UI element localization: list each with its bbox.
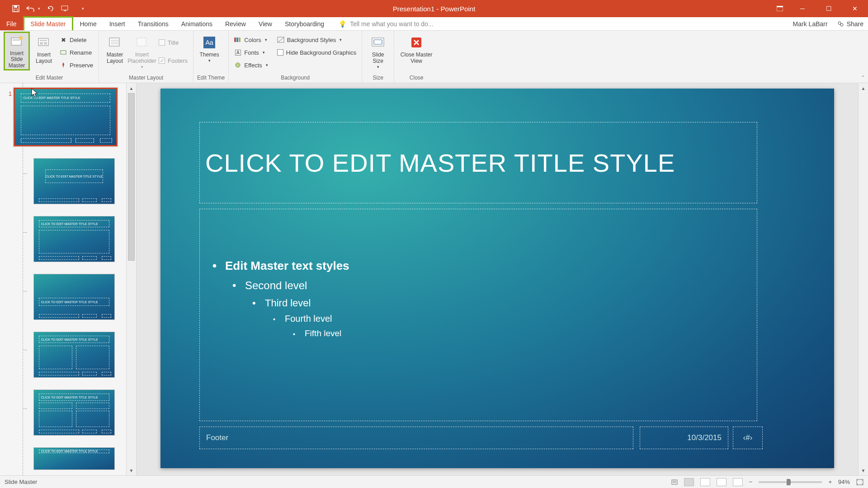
tab-view[interactable]: View	[252, 17, 278, 30]
zoom-slider[interactable]	[759, 481, 822, 483]
layout-thumbnail[interactable]: CLICK TO EDIT MASTER TITLE STYLE	[33, 216, 115, 262]
share-button[interactable]: Share	[837, 20, 863, 28]
slide-sorter-view-button[interactable]	[700, 478, 710, 486]
checkbox-icon	[277, 49, 283, 56]
master-layout-button[interactable]: Master Layout	[103, 33, 127, 71]
thumb-pagenum	[102, 256, 111, 260]
collapse-ribbon-icon[interactable]: ˄	[862, 75, 864, 81]
background-styles-button[interactable]: Background Styles▾	[275, 34, 358, 45]
save-icon[interactable]	[12, 5, 20, 13]
fonts-button[interactable]: AFonts▾	[232, 47, 270, 58]
body-level-3: Third level	[212, 297, 744, 309]
thumbnail-scrollbar[interactable]: ▲ ▼	[126, 83, 136, 475]
footers-checkbox[interactable]: ✓Footers	[157, 55, 189, 66]
maximize-button[interactable]: ☐	[816, 0, 842, 17]
themes-button[interactable]: Aa Themes ▾	[197, 33, 222, 71]
group-size: Slide Size ▾ Size	[362, 31, 394, 83]
slideshow-view-button[interactable]	[733, 478, 743, 486]
body-placeholder[interactable]: Edit Master text styles Second level Thi…	[199, 209, 757, 421]
fonts-icon: A	[234, 49, 241, 56]
tab-review[interactable]: Review	[219, 17, 252, 30]
thumb-title: CLICK TO EDIT MASTER TITLE STYLE	[39, 298, 110, 306]
effects-label: Effects	[244, 62, 262, 69]
title-placeholder[interactable]: CLICK TO EDIT MASTER TITLE STYLE	[199, 122, 757, 203]
scroll-down-icon[interactable]: ▼	[127, 465, 136, 475]
undo-icon[interactable]	[26, 5, 34, 13]
scrollbar-thumb[interactable]	[128, 93, 135, 261]
close-button[interactable]: ✕	[842, 0, 868, 17]
slide-number-placeholder[interactable]: ‹#›	[733, 427, 763, 449]
svg-rect-13	[40, 42, 43, 45]
delete-label: Delete	[70, 37, 87, 43]
colors-button[interactable]: Colors▾	[232, 34, 270, 45]
layout-thumbnail[interactable]: CLICK TO EDIT MASTER TITLE STYLE	[33, 274, 115, 320]
thumb-pagenum	[100, 138, 112, 143]
fit-to-window-button[interactable]	[856, 479, 863, 485]
thumb-body	[39, 411, 73, 427]
thumbnail-list[interactable]: 1 CLICK TO EDIT MASTER TITLE STYLE CLICK…	[0, 83, 126, 475]
scroll-up-icon[interactable]: ▲	[127, 83, 136, 93]
zoom-in-button[interactable]: +	[828, 479, 832, 485]
thumb-date	[82, 430, 97, 433]
footer-placeholder[interactable]: Footer	[199, 427, 633, 449]
layout-thumbnail[interactable]: CLICK TO EDIT MASTER TITLE STYLE	[33, 389, 115, 436]
layout-thumbnail[interactable]: CLICK TO EDIT MASTER TITLE STYLE	[33, 158, 115, 204]
reading-view-button[interactable]	[717, 478, 726, 486]
tab-home[interactable]: Home	[73, 17, 103, 30]
slide-master-thumbnail[interactable]: CLICK TO EDIT MASTER TITLE STYLE	[14, 88, 118, 146]
close-master-view-button[interactable]: Close Master View	[398, 33, 435, 71]
tab-insert[interactable]: Insert	[103, 17, 132, 30]
tab-storyboarding[interactable]: Storyboarding	[278, 17, 330, 30]
zoom-out-button[interactable]: −	[749, 479, 753, 485]
body-level-4: Fourth level	[212, 314, 744, 324]
group-close: Close Master View Close	[394, 31, 439, 83]
slide-size-icon	[370, 35, 386, 50]
normal-view-button[interactable]	[684, 478, 694, 486]
preserve-button[interactable]: Preserve	[58, 60, 95, 70]
qat-customize-icon[interactable]: ▾	[82, 6, 84, 11]
thumb-title: CLICK TO EDIT MASTER TITLE STYLE	[39, 336, 110, 343]
rename-button[interactable]: Rename	[58, 47, 95, 58]
notes-button[interactable]	[671, 479, 678, 485]
slide-master-preview[interactable]: CLICK TO EDIT MASTER TITLE STYLE Edit Ma…	[160, 89, 834, 468]
footers-checkbox-label: Footers	[168, 57, 188, 64]
minimize-button[interactable]: ─	[789, 0, 816, 17]
scroll-down-icon[interactable]: ▼	[859, 465, 868, 475]
date-placeholder[interactable]: 10/3/2015	[640, 427, 728, 449]
ribbon-display-options-icon[interactable]	[770, 0, 789, 17]
group-caption-edit-master: Edit Master	[4, 74, 95, 82]
tab-transitions[interactable]: Transitions	[132, 17, 175, 30]
scroll-up-icon[interactable]: ▲	[859, 83, 868, 93]
thumb-footer	[39, 430, 79, 433]
delete-button[interactable]: ✖Delete	[58, 34, 95, 45]
signed-in-user[interactable]: Mark LaBarr	[793, 20, 828, 28]
effects-button[interactable]: Effects▾	[232, 60, 270, 70]
slide-canvas[interactable]: CLICK TO EDIT MASTER TITLE STYLE Edit Ma…	[137, 83, 858, 475]
undo-dropdown-icon[interactable]: ▾	[38, 6, 40, 11]
lightbulb-icon: 💡	[339, 20, 346, 28]
close-master-view-label: Close Master View	[398, 52, 434, 65]
layout-thumbnail[interactable]: CLICK TO EDIT MASTER TITLE STYLE	[33, 447, 115, 470]
preserve-icon	[60, 61, 67, 69]
insert-layout-button[interactable]: Insert Layout	[32, 33, 56, 71]
hide-background-checkbox[interactable]: Hide Background Graphics	[275, 47, 358, 58]
tell-me-search[interactable]: 💡 Tell me what you want to do...	[330, 17, 433, 30]
svg-rect-15	[61, 51, 66, 54]
insert-slide-master-button[interactable]: Insert Slide Master	[4, 32, 30, 70]
colors-label: Colors	[244, 37, 261, 43]
zoom-level[interactable]: 94%	[838, 479, 850, 485]
fonts-label: Fonts	[244, 49, 259, 56]
thumb-body	[76, 411, 110, 427]
canvas-scrollbar[interactable]: ▲ ▼	[858, 83, 868, 475]
layout-thumbnail[interactable]: CLICK TO EDIT MASTER TITLE STYLE	[33, 332, 115, 378]
tab-animations[interactable]: Animations	[175, 17, 219, 30]
redo-icon[interactable]	[47, 5, 55, 13]
slide-size-button[interactable]: Slide Size ▾	[366, 33, 390, 71]
tab-slide-master[interactable]: Slide Master	[23, 16, 74, 30]
insert-placeholder-button[interactable]: Insert Placeholder ▾	[129, 33, 155, 71]
tab-file[interactable]: File	[0, 17, 23, 30]
thumbnail-panel: 1 CLICK TO EDIT MASTER TITLE STYLE CLICK…	[0, 83, 137, 475]
title-checkbox[interactable]: Title	[157, 37, 189, 48]
zoom-slider-knob[interactable]	[787, 479, 790, 485]
start-from-beginning-icon[interactable]	[61, 5, 69, 13]
